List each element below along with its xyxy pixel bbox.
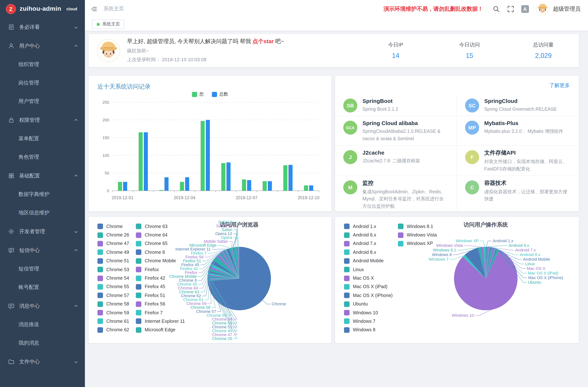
legend-item[interactable]: Chrome 54: [97, 274, 136, 283]
fullscreen-icon[interactable]: [507, 5, 514, 13]
tech-item-5: F文件存储API封装文件接口，实现本地存储、阿里云、FastDFS存储的配置化: [457, 146, 579, 176]
legend-item[interactable]: 总数: [212, 91, 228, 97]
legend-label: Chrome 59: [106, 310, 129, 315]
message-icon: [8, 303, 14, 309]
sidebar-subitem-1-0[interactable]: 组织管理: [0, 55, 85, 74]
sidebar-item-2[interactable]: 权限管理: [0, 111, 85, 129]
legend-item[interactable]: Firefox: [136, 265, 195, 274]
legend-item[interactable]: Chrome 51: [97, 257, 136, 265]
legend-item[interactable]: Mac OS X (iPad): [344, 283, 398, 291]
legend-item[interactable]: Chrome Mobile: [136, 257, 195, 265]
legend-item[interactable]: Android 7.x: [344, 239, 398, 248]
legend-item[interactable]: Mac OS X: [344, 274, 398, 283]
legend-item[interactable]: Mac OS X (iPhone): [344, 291, 398, 300]
legend-swatch: [136, 241, 141, 246]
tech-stack-card: 了解更多 SBSpringBootSpring Boot 2.1.2SCSpri…: [335, 76, 579, 211]
sidebar-item-6[interactable]: 消息中心: [0, 297, 85, 315]
legend-item[interactable]: Chrome: [97, 222, 136, 231]
legend-item[interactable]: Chrome 64: [136, 231, 195, 239]
svg-text:Mac OS X (iPhone): Mac OS X (iPhone): [528, 275, 563, 280]
legend-label: Internet Explorer 11: [145, 319, 185, 324]
sidebar-item-1[interactable]: 用户中心: [0, 37, 85, 55]
legend-item[interactable]: Windows 8.1: [398, 222, 446, 231]
legend-item[interactable]: Android 1.x: [344, 222, 398, 231]
svg-text:Ubuntu: Ubuntu: [528, 280, 541, 285]
sidebar-item-3[interactable]: 基础配置: [0, 166, 85, 185]
tech-badge-icon: J: [343, 150, 357, 164]
font-size-icon[interactable]: A: [521, 5, 529, 13]
sidebar-item-5[interactable]: 短信中心: [0, 241, 85, 260]
tech-item-desc: 虚拟化容器技术，让迁移、部署更加方便快捷: [484, 188, 570, 203]
sidebar-item-7[interactable]: 文件中心: [0, 352, 85, 371]
legend-item[interactable]: Firefox 7: [136, 308, 195, 317]
legend-item[interactable]: Windows XP: [398, 239, 446, 248]
legend-item[interactable]: Chrome 57: [97, 291, 136, 300]
sidebar-subitem-6-1[interactable]: 我的消息: [0, 334, 85, 352]
tab-system-home[interactable]: 系统主页: [92, 20, 124, 29]
legend-item[interactable]: Chrome 59: [97, 308, 136, 317]
legend-item[interactable]: Android 6.x: [344, 231, 398, 239]
tab-label: 系统主页: [102, 21, 120, 27]
app-logo[interactable]: Z zuihou-admin cloud: [0, 0, 85, 18]
legend-item[interactable]: Firefox 56: [136, 300, 195, 308]
legend-label: Chrome Mobile: [145, 258, 176, 264]
legend-swatch: [344, 319, 350, 324]
legend-item[interactable]: Linux: [344, 265, 398, 274]
search-icon[interactable]: [492, 5, 500, 13]
legend-item[interactable]: Chrome 62: [97, 326, 136, 334]
tech-item-title: SpringCloud: [484, 98, 557, 104]
legend-swatch: [212, 92, 217, 97]
username-label: 超级管理员: [553, 5, 581, 12]
legend-item[interactable]: Chrome 47: [97, 239, 136, 248]
sidebar-item-0[interactable]: 务必详看: [0, 18, 85, 37]
legend-item[interactable]: Firefox 45: [136, 283, 195, 291]
legend-label: Mac OS X: [353, 276, 374, 281]
legend-item[interactable]: Firefox 42: [136, 274, 195, 283]
legend-item[interactable]: Chrome 63: [136, 222, 195, 231]
sidebar-subitem-5-0[interactable]: 短信管理: [0, 260, 85, 278]
legend-item[interactable]: Ubuntu: [344, 300, 398, 308]
legend-item[interactable]: Chrome 26: [97, 231, 136, 239]
sidebar-subitem-2-1[interactable]: 角色管理: [0, 148, 85, 166]
star-link[interactable]: 点个star: [252, 38, 274, 44]
legend-item[interactable]: Firefox 51: [136, 291, 195, 300]
legend-item[interactable]: Microsoft Edge: [136, 326, 195, 334]
legend-item[interactable]: Internet Explorer 11: [136, 317, 195, 326]
sidebar-collapse-icon[interactable]: [90, 5, 97, 13]
tech-item-desc: 封装文件接口，实现本地存储、阿里云、FastDFS存储的配置化: [484, 158, 570, 173]
sidebar-subitem-2-0[interactable]: 菜单配置: [0, 129, 85, 148]
sidebar-subitem-1-2[interactable]: 用户管理: [0, 92, 85, 111]
stat-label: 今日IP: [382, 41, 409, 48]
tech-item-desc: Spring Boot 2.1.2: [362, 106, 398, 113]
legend-item[interactable]: Chrome 61: [97, 317, 136, 326]
legend-item[interactable]: Chrome 49: [97, 248, 136, 257]
tech-item-0: SBSpringBootSpring Boot 2.1.2: [335, 94, 457, 116]
sidebar-item-4[interactable]: 开发者管理: [0, 222, 85, 241]
tech-item-1: SCSpringCloudSpring Cloud Greenwich.RELE…: [457, 94, 579, 116]
chevron-up-icon: [74, 118, 78, 122]
legend-label: Firefox 7: [145, 310, 163, 315]
legend-item[interactable]: Windows Vista: [398, 231, 446, 239]
legend-item[interactable]: Chrome 8: [136, 248, 195, 257]
stat-2: 总访问量2,029: [530, 41, 557, 60]
sidebar-subitem-5-1[interactable]: 账号配置: [0, 278, 85, 297]
sidebar-subitem-1-1[interactable]: 岗位管理: [0, 74, 85, 92]
legend-item[interactable]: Chrome 58: [97, 300, 136, 308]
sidebar-subitem-3-1[interactable]: 地区信息维护: [0, 204, 85, 222]
learn-more-link[interactable]: 了解更多: [549, 82, 570, 89]
legend-swatch: [344, 241, 350, 246]
legend-item[interactable]: Windows 8: [344, 326, 398, 334]
legend-item[interactable]: Windows 10: [344, 308, 398, 317]
legend-item[interactable]: Chrome 53: [97, 265, 136, 274]
legend-item[interactable]: Windows 7: [344, 317, 398, 326]
legend-item[interactable]: 您: [192, 91, 204, 97]
legend-item[interactable]: Chrome 55: [97, 283, 136, 291]
sidebar-subitem-6-0[interactable]: 消息推送: [0, 315, 85, 334]
sidebar-subitem-3-0[interactable]: 数据字典维护: [0, 185, 85, 204]
legend-item[interactable]: Android 8.x: [344, 248, 398, 257]
legend-item[interactable]: Chrome 65: [136, 239, 195, 248]
user-icon: [8, 43, 14, 49]
user-menu[interactable]: 超级管理员: [536, 2, 581, 16]
legend-item[interactable]: Android Mobile: [344, 257, 398, 265]
user-avatar[interactable]: [536, 2, 549, 16]
